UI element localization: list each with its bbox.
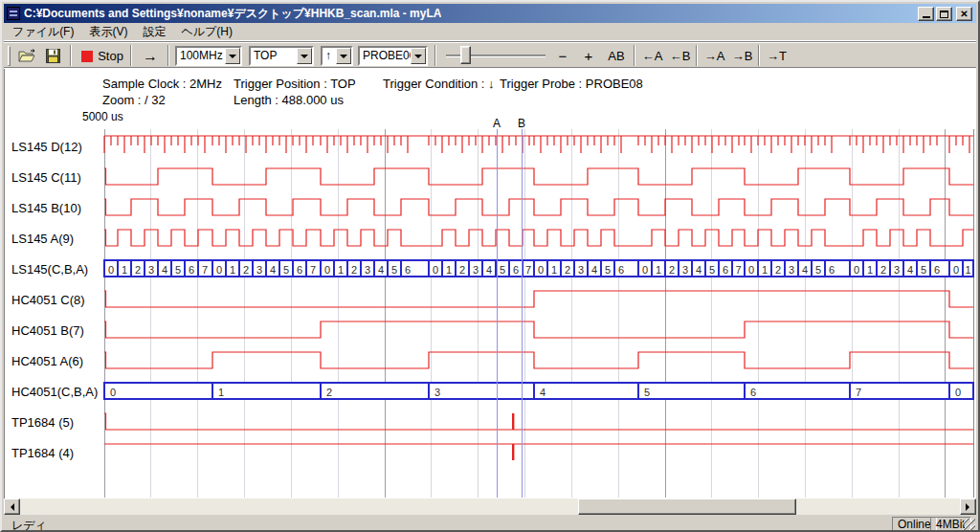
channel-label: TP1684 (4) [11,446,74,460]
svg-text:3: 3 [256,264,262,276]
horizontal-scrollbar[interactable] [4,499,976,515]
length-info: Length : 488.000 us [234,93,344,107]
title-bar: C:¥Documents and Settings¥noname¥デスクトップ¥… [4,4,976,23]
svg-text:0: 0 [324,264,330,276]
svg-text:0: 0 [642,264,648,276]
resize-grip[interactable] [963,519,975,531]
svg-text:5: 5 [644,387,650,398]
sample-clock-info: Sample Clock : 2MHz [102,77,222,91]
scroll-left-icon [7,503,14,511]
goto-cursor-a-left-button[interactable]: ←A [638,45,666,67]
channel-label: HC4051(C,B,A) [11,385,98,399]
zoom-out-button[interactable]: − [551,45,574,67]
save-button[interactable] [41,45,65,67]
run-arrow-icon: → [143,48,158,65]
svg-text:0: 0 [110,387,116,398]
svg-text:3: 3 [578,264,584,276]
scroll-left-button[interactable] [4,499,20,515]
zoom-ab-button[interactable]: AB [603,45,630,67]
close-icon: ✕ [960,9,968,19]
svg-text:4: 4 [802,264,808,276]
cursor-a-label: A [493,117,501,130]
svg-text:2: 2 [775,264,781,276]
channel-label: LS145 C(11) [11,170,81,185]
svg-text:7: 7 [735,264,741,276]
chevron-down-icon[interactable] [336,48,351,64]
goto-cursor-b-right-button[interactable]: →B [728,45,756,67]
toolbar-separator [434,45,436,66]
svg-text:6: 6 [513,264,519,276]
goto-cursor-a-right-button[interactable]: →A [701,45,728,67]
svg-text:6: 6 [297,264,302,276]
svg-text:0: 0 [955,387,961,398]
svg-text:1: 1 [218,387,224,398]
window-title: C:¥Documents and Settings¥noname¥デスクトップ¥… [24,6,441,22]
zoom-slider-thumb[interactable] [460,46,471,64]
svg-text:0: 0 [433,264,438,276]
goto-cursor-b-left-button[interactable]: ←B [666,45,694,67]
maximize-icon [940,11,948,18]
svg-text:0: 0 [216,264,222,276]
svg-text:3: 3 [789,264,794,276]
floppy-save-icon [46,49,60,63]
svg-text:5: 5 [605,264,611,276]
trigger-position-combo[interactable]: TOP [249,46,314,66]
minimize-icon [923,16,930,18]
stop-button[interactable]: Stop [77,45,128,67]
svg-text:1: 1 [965,264,970,276]
scrollbar-thumb[interactable] [578,499,796,515]
waveform-traces[interactable]: 0123456701234567012345601234567012345601… [104,129,974,498]
channel-label: HC4051 B(7) [11,323,84,338]
trigger-condition-info: Trigger Condition : ↓ [383,77,495,91]
chevron-down-icon[interactable] [411,48,426,64]
maximize-button[interactable] [936,7,952,21]
svg-text:3: 3 [365,264,370,276]
svg-text:0: 0 [854,264,859,276]
svg-text:7: 7 [525,264,531,276]
toolbar-grip[interactable] [8,46,11,66]
minimize-button[interactable] [918,7,934,21]
svg-text:6: 6 [618,264,624,276]
svg-text:2: 2 [459,264,465,276]
svg-text:2: 2 [669,264,675,276]
channel-label: LS145 D(12) [11,140,82,154]
trigger-probe-combo[interactable]: PROBE00 [358,46,428,66]
svg-text:3: 3 [473,264,479,276]
svg-text:0: 0 [538,264,544,276]
svg-text:6: 6 [723,264,728,276]
scroll-right-button[interactable] [960,499,976,515]
close-button[interactable]: ✕ [956,7,972,21]
menu-help[interactable]: ヘルプ(H) [174,22,239,42]
waveform-plot[interactable]: 5000 us A B LS145 D(12) LS145 C(11) LS14… [2,107,980,498]
menu-bar: ファイル(F) 表示(V) 設定 ヘルプ(H) [4,24,976,41]
status-bar: レディ Online 4MBit [4,517,976,532]
svg-text:1: 1 [230,264,235,276]
sample-clock-combo[interactable]: 100MHz [175,46,242,66]
goto-trigger-button[interactable]: →T [763,45,791,67]
menu-file[interactable]: ファイル(F) [6,22,80,42]
menu-settings[interactable]: 設定 [136,22,172,42]
svg-text:5: 5 [815,264,821,276]
svg-text:0: 0 [108,264,114,276]
zoom-info: Zoom : / 32 [102,93,166,107]
menu-view[interactable]: 表示(V) [82,22,134,42]
svg-text:4: 4 [696,264,702,276]
svg-text:7: 7 [856,387,861,398]
run-button[interactable]: → [136,45,165,67]
cursor-b-label: B [518,117,525,130]
svg-text:6: 6 [189,264,194,276]
svg-text:1: 1 [338,264,344,276]
scroll-right-icon [966,503,973,511]
svg-text:4: 4 [270,264,276,276]
zoom-in-button[interactable]: + [577,45,600,67]
trigger-edge-combo[interactable]: ↑ [321,46,353,66]
status-ready: レディ [11,518,47,532]
svg-text:7: 7 [202,264,208,276]
chevron-down-icon[interactable] [225,48,240,64]
svg-text:3: 3 [894,264,900,276]
open-file-button[interactable] [15,45,39,67]
chevron-down-icon[interactable] [297,48,312,64]
svg-text:7: 7 [310,264,316,276]
svg-text:1: 1 [867,264,873,276]
app-window: C:¥Documents and Settings¥noname¥デスクトップ¥… [0,0,980,532]
